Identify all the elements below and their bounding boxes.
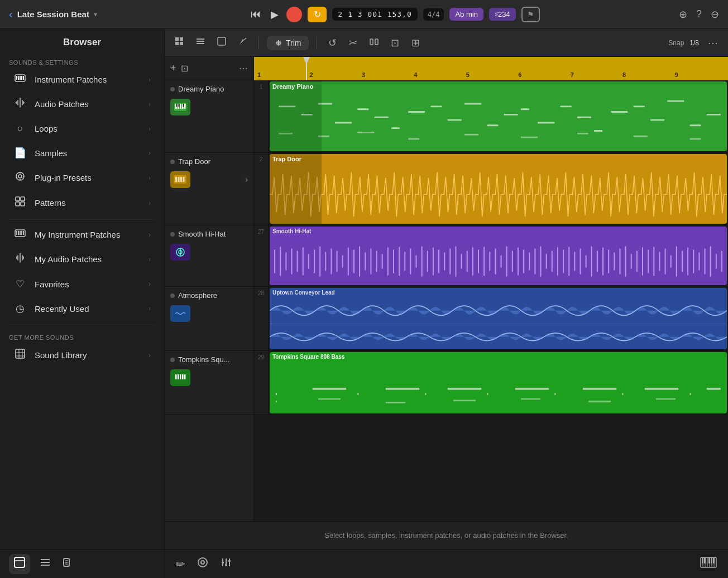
svg-rect-96 — [689, 124, 701, 126]
help-icon-button[interactable]: ? — [696, 8, 702, 20]
track-clip-dreamy-piano[interactable]: Dreamy Piano — [269, 80, 728, 152]
clip-smooth-hihat[interactable]: Smooth Hi-Hat /* bars rendered below */ — [270, 227, 727, 285]
sidebar-item-samples[interactable]: 📄 Samples › — [4, 141, 160, 165]
track-clip-tompkins[interactable]: Tompkins Square 808 Bass — [269, 351, 728, 415]
track-name-atmosphere: Atmosphere — [178, 291, 217, 300]
track-options-button[interactable]: ⋯ — [239, 63, 248, 74]
tool-button[interactable] — [235, 35, 251, 51]
svg-rect-95 — [667, 100, 684, 102]
remove-icon-button[interactable]: ⊖ — [711, 8, 719, 21]
sidebar-item-loops[interactable]: ○ Loops › — [4, 117, 160, 140]
sidebar-item-recently-used[interactable]: ◷ Recently Used › — [4, 297, 160, 320]
svg-rect-62 — [180, 177, 182, 182]
add-icon-button[interactable]: ⊕ — [679, 8, 687, 21]
svg-rect-116 — [583, 388, 617, 390]
paste-button[interactable]: ⊞ — [408, 35, 423, 51]
pre-play-2 — [270, 154, 322, 224]
sidebar-bottom-settings-btn[interactable] — [60, 556, 73, 572]
sidebar-bottom-bar — [0, 549, 164, 578]
playhead-triangle — [303, 57, 310, 65]
svg-rect-126 — [588, 401, 611, 402]
samples-icon: 📄 — [13, 147, 27, 159]
sidebar-divider-1 — [9, 219, 155, 220]
svg-rect-89 — [560, 105, 571, 107]
sidebar-item-my-audio-patches[interactable]: My Audio Patches › — [4, 247, 160, 271]
sidebar-bottom-browser-btn[interactable] — [9, 554, 30, 574]
svg-rect-119 — [689, 393, 691, 395]
track-num-27: 27 — [254, 225, 269, 286]
recently-used-icon: ◷ — [13, 302, 27, 315]
duplicate-track-button[interactable]: ⊡ — [181, 63, 188, 74]
top-bar-right: ⊕ ? ⊖ — [679, 8, 719, 21]
settings-tool-button[interactable] — [197, 556, 209, 571]
instrument-patches-label: Instrument Patches — [35, 75, 141, 84]
loop-button[interactable]: ↻ — [308, 7, 327, 22]
loops-icon: ○ — [13, 123, 27, 134]
copy-button[interactable]: ⊡ — [387, 35, 403, 51]
arrangement-view-button[interactable] — [214, 35, 229, 51]
undo-button[interactable]: ↺ — [325, 35, 340, 51]
pencil-tool-button[interactable]: ✏ — [176, 556, 185, 571]
track-dot-2 — [170, 160, 175, 164]
sidebar-item-my-instrument-patches[interactable]: My Instrument Patches › — [4, 223, 160, 246]
more-options-button[interactable]: ⋯ — [705, 35, 721, 51]
track-header-smooth-hihat[interactable]: Smooth Hi-Hat — [165, 225, 253, 287]
track-header-trap-door[interactable]: Trap Door › — [165, 153, 253, 225]
chord-button[interactable]: ♯234 — [489, 8, 516, 21]
samples-chevron: › — [149, 149, 151, 157]
sidebar-item-sound-library[interactable]: Sound Library › — [4, 343, 160, 367]
svg-rect-104 — [577, 133, 588, 134]
track-clip-trap-door[interactable]: Trap Door — [269, 153, 728, 225]
key-button[interactable]: Ab min — [449, 8, 483, 21]
clip-tompkins[interactable]: Tompkins Square 808 Bass — [270, 352, 727, 413]
track-area: + ⊡ ⋯ Dreamy Piano — [165, 57, 728, 521]
clip-dreamy-piano[interactable]: Dreamy Piano — [270, 81, 727, 151]
svg-point-129 — [201, 561, 204, 564]
status-text: Select loops, samples, instrument patche… — [324, 531, 568, 540]
clip-atmosphere[interactable]: Uptown Conveyor Lead — [270, 288, 727, 349]
svg-rect-134 — [225, 564, 227, 566]
pre-play-1 — [270, 81, 322, 151]
svg-point-10 — [18, 175, 22, 178]
play-button[interactable]: ▶ — [269, 6, 281, 23]
svg-rect-92 — [611, 111, 628, 113]
track-icon-dreamy-piano — [170, 99, 190, 115]
sidebar-item-plugin-presets[interactable]: Plug-in Presets › — [4, 166, 160, 190]
svg-rect-8 — [22, 76, 23, 79]
record-button[interactable] — [286, 7, 302, 22]
track-clip-atmosphere[interactable]: Uptown Conveyor Lead — [269, 287, 728, 350]
trim-button[interactable]: Trim — [267, 36, 309, 50]
track-header-dreamy-piano[interactable]: Dreamy Piano — [165, 80, 253, 153]
trap-door-expand[interactable]: › — [245, 175, 248, 185]
back-button[interactable]: ‹ — [9, 8, 13, 21]
tracks-rows-area[interactable]: 1 Dreamy Piano — [254, 80, 728, 521]
add-track-button[interactable]: + — [170, 62, 176, 74]
split-button[interactable] — [366, 35, 382, 51]
track-clip-smooth-hihat[interactable]: Smooth Hi-Hat /* bars rendered below */ — [269, 225, 728, 286]
svg-rect-113 — [487, 393, 488, 395]
grid-view-button[interactable] — [171, 35, 187, 51]
sidebar-item-patterns[interactable]: Patterns › — [4, 191, 160, 215]
top-bar: ‹ Late Session Beat ▾ ⏮ ▶ ↻ 2 1 3 001 15… — [0, 0, 728, 29]
svg-rect-16 — [21, 197, 25, 201]
svg-rect-44 — [197, 41, 204, 42]
metronome-button[interactable]: ⚑ — [521, 7, 540, 22]
sidebar-item-favorites[interactable]: ♡ Favorites › — [4, 272, 160, 296]
sidebar-item-audio-patches[interactable]: Audio Patches › — [4, 92, 160, 116]
piano-keyboard-button[interactable] — [700, 556, 717, 571]
transport-controls: ⏮ ▶ ↻ 2 1 3 001 153,0 4/4 Ab min ♯234 ⚑ — [248, 6, 539, 23]
track-header-atmosphere[interactable]: Atmosphere — [165, 287, 253, 351]
svg-rect-108 — [313, 388, 347, 390]
cut-button[interactable]: ✂ — [346, 35, 361, 51]
list-view-button[interactable] — [193, 35, 208, 51]
track-header-tompkins[interactable]: Tompkins Squ... — [165, 351, 253, 415]
sidebar-item-instrument-patches[interactable]: Instrument Patches › — [4, 68, 160, 91]
sidebar-bottom-tracks-btn[interactable] — [39, 556, 51, 572]
recently-used-label: Recently Used — [35, 304, 141, 314]
rewind-button[interactable]: ⏮ — [248, 6, 263, 22]
svg-rect-143 — [702, 557, 703, 563]
svg-rect-71 — [180, 374, 181, 379]
audio-patches-chevron: › — [149, 100, 151, 108]
mixer-tool-button[interactable] — [220, 556, 232, 571]
clip-trap-door[interactable]: Trap Door — [270, 154, 727, 224]
